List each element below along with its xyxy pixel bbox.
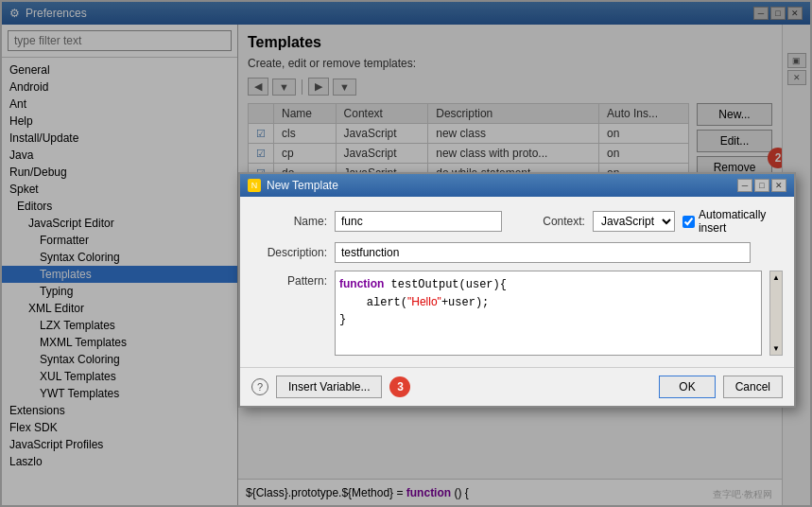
auto-insert-label: Automatically insert: [699, 208, 783, 235]
pattern-area: Pattern: function testOutput(user){ aler…: [251, 271, 783, 356]
dialog-controls: ─ □ ✕: [737, 179, 786, 192]
annotation-circle-3: 3: [389, 376, 410, 397]
dialog-minimize-button[interactable]: ─: [737, 179, 752, 192]
footer-right: OK Cancel: [659, 376, 783, 398]
context-select[interactable]: JavaScript CSS HTML: [593, 211, 675, 232]
name-label: Name:: [251, 215, 327, 228]
name-row: Name: Context: JavaScript CSS HTML Autom…: [251, 208, 783, 235]
pattern-editor[interactable]: function testOutput(user){ alert("Hello"…: [335, 271, 762, 356]
name-input[interactable]: [335, 211, 502, 232]
cancel-button[interactable]: Cancel: [723, 376, 783, 398]
auto-insert-checkbox-area: Automatically insert: [682, 208, 783, 235]
main-window: ⚙ Preferences ─ □ ✕ General Android Ant …: [0, 0, 812, 507]
new-template-dialog: N New Template ─ □ ✕ Name: Context: Java…: [238, 172, 796, 408]
dialog-icon: N: [248, 179, 261, 192]
dialog-footer: ? Insert Variable... 3 OK Cancel: [240, 367, 794, 406]
dialog-maximize-button[interactable]: □: [754, 179, 769, 192]
dialog-title-text: New Template: [267, 179, 338, 192]
description-label: Description:: [251, 246, 327, 259]
ok-button[interactable]: OK: [659, 376, 715, 398]
code-line-3: }: [339, 311, 757, 328]
code-line-1: function testOutput(user){: [339, 275, 757, 293]
dialog-title-left: N New Template: [248, 179, 338, 192]
dialog-title-bar: N New Template ─ □ ✕: [240, 174, 794, 197]
insert-variable-button[interactable]: Insert Variable...: [276, 376, 382, 398]
description-input[interactable]: [335, 242, 751, 263]
description-row: Description:: [251, 242, 783, 263]
auto-insert-checkbox[interactable]: [682, 216, 695, 228]
dialog-close-button[interactable]: ✕: [771, 179, 786, 192]
pattern-scrollbar[interactable]: ▲ ▼: [769, 271, 783, 356]
footer-left: ? Insert Variable... 3: [251, 376, 410, 398]
pattern-label: Pattern:: [251, 271, 327, 288]
context-label: Context:: [510, 215, 585, 228]
help-icon[interactable]: ?: [251, 378, 268, 395]
dialog-body: Name: Context: JavaScript CSS HTML Autom…: [240, 197, 794, 367]
code-line-2: alert("Hello"+user);: [339, 293, 757, 311]
